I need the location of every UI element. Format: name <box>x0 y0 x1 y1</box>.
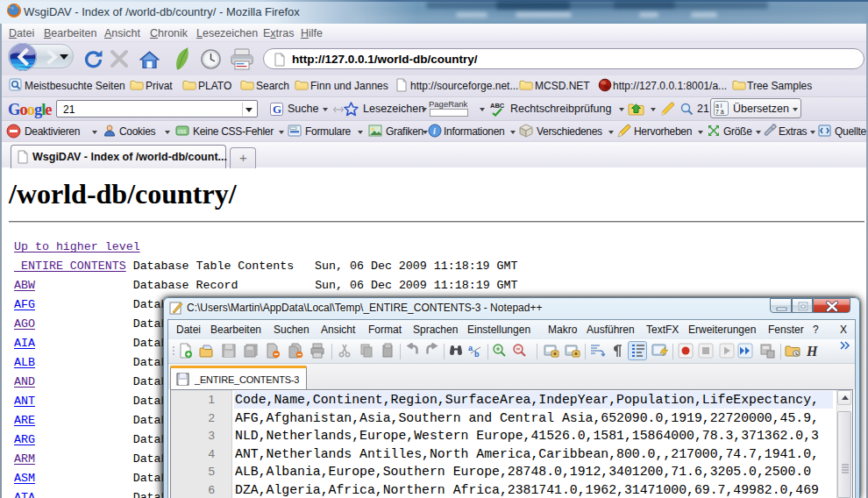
svg-text:G: G <box>273 103 281 116</box>
svg-text:i: i <box>433 126 436 136</box>
svg-text:a: a <box>468 344 473 352</box>
svg-text:css: css <box>178 128 188 134</box>
svg-text:7 ä: 7 ä <box>715 109 724 115</box>
svg-text:ABC: ABC <box>490 102 505 110</box>
svg-text:H: H <box>806 344 818 359</box>
svg-text:b: b <box>474 350 480 359</box>
svg-text:a i: a i <box>715 103 722 109</box>
